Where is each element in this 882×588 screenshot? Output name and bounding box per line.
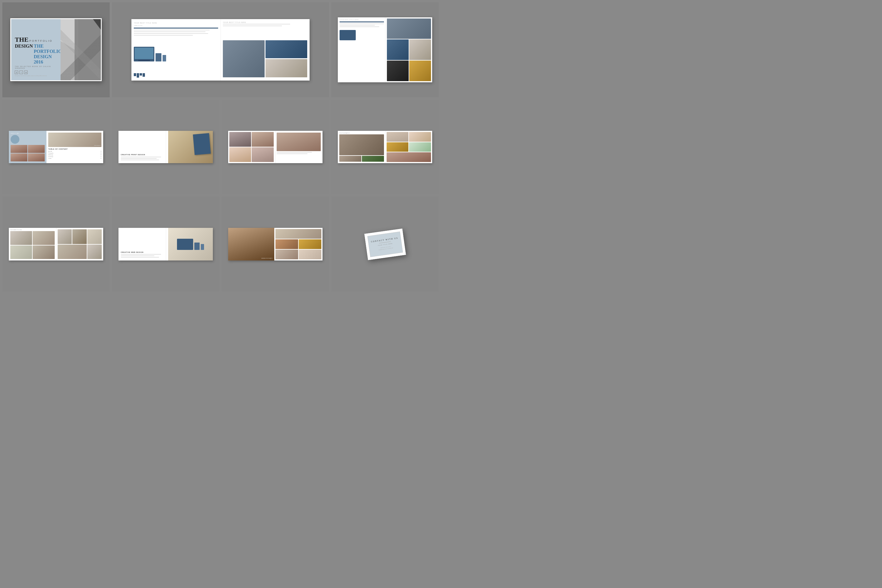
phone-device: [163, 55, 166, 62]
contact-details: Address line, City, Country email@domain…: [378, 246, 393, 251]
tech2-photo-5: [409, 61, 431, 81]
print-right: [168, 131, 213, 164]
cover-design: DESIGN: [15, 44, 33, 49]
tech-heading-right: YOUR BEST TITLE HERE: [223, 21, 307, 23]
icon-camera: ⌂: [20, 70, 23, 74]
fashion-portrait: [277, 133, 321, 152]
wedding-spread-1: PHOTOGRAPHY: [338, 131, 432, 164]
text-lines: [134, 30, 218, 36]
cover-the: THE: [15, 36, 28, 44]
fashion-photo-2: [252, 132, 273, 147]
tech2-device: [340, 30, 356, 40]
wd1-p2: [409, 132, 431, 142]
web-right: [168, 228, 213, 261]
tech2-left: YOUR BEST TITLE HERE: [338, 17, 386, 82]
product-grid-left: [10, 231, 55, 259]
wedding2-main-photo: [228, 228, 274, 261]
products-right: [56, 228, 104, 261]
svg-marker-3: [81, 19, 100, 44]
fashion-photo-1: [230, 132, 251, 147]
prod-p2: [33, 231, 54, 244]
web-spread: CREATIVE WEB DESIGN: [118, 228, 213, 261]
wedding2-left: WEDDING PHOTOGRAPHY: [228, 228, 274, 261]
icon-mail: ✉: [24, 70, 28, 74]
table-of-content: TABLE OF CONTENT About Me02 Photography0…: [48, 148, 101, 161]
svg-rect-0: [61, 19, 101, 80]
prod-r4: [58, 244, 87, 259]
tech-photo-1: [223, 40, 265, 77]
tech-photo-3: [266, 59, 307, 77]
tech2-right: [386, 17, 432, 82]
tech-photo-2: [266, 40, 307, 58]
cover-right-panel: [61, 19, 101, 80]
prod-p3: [10, 246, 32, 259]
print-lines: [121, 157, 166, 161]
cover-year: THE PORTFOLIO DESIGN 2016: [34, 44, 62, 64]
cell-fashion: [222, 100, 329, 195]
tablet-mockup: [193, 133, 211, 155]
tech2-photo-2: [387, 39, 409, 60]
wedding1-label: PHOTOGRAPHY: [339, 132, 384, 134]
products-left: PHOTOGRAPH TITLE HERE: [9, 228, 56, 261]
cell-print: CREATIVE PRINT DESIGN: [112, 100, 219, 195]
wedding1-photo-row: [339, 156, 384, 162]
cell-web: CREATIVE WEB DESIGN: [112, 196, 219, 292]
web-lines: [121, 254, 166, 258]
prod-p1: [10, 231, 32, 244]
web-devices: [177, 239, 204, 250]
tablet-device: [156, 53, 161, 62]
prod-r3: [87, 230, 102, 244]
contact-book: CONTACT WITH US YOUR TITLE HERE Address …: [364, 228, 406, 260]
tech-heading-left: YOUR BEST TITLE HERE: [134, 22, 218, 24]
tech2-lines: [340, 24, 384, 28]
tech2-photo-3: [409, 39, 431, 60]
cell-products: PHOTOGRAPH TITLE HERE: [2, 196, 110, 292]
about-right-panel: desk workspace TABLE OF CONTENT About Me…: [46, 131, 103, 164]
wedding1-right: [386, 131, 432, 164]
web-left: CREATIVE WEB DESIGN: [118, 228, 168, 261]
tech-spread-1: YOUR BEST TITLE HERE subtitle text here: [131, 19, 309, 81]
toc-item-2: Photography04: [48, 153, 101, 154]
desk-photo: desk workspace: [48, 133, 101, 147]
wd2-main: [276, 229, 322, 239]
tech2-photo-4: [387, 61, 409, 81]
tech2-photo-main: [387, 18, 431, 39]
profile-photo-2: [28, 145, 45, 153]
wd2-p1: [276, 239, 298, 249]
wedding2-caption: WEDDING PHOTOGRAPHY: [261, 258, 273, 259]
wedding2-spread: WEDDING PHOTOGRAPHY: [228, 228, 322, 261]
prod-r1: [58, 230, 72, 244]
tech-spread-2: YOUR BEST TITLE HERE: [338, 17, 432, 82]
fashion-photo-3: [230, 147, 251, 162]
about-left-panel: ABOUT ME: [9, 131, 46, 164]
print-label: CREATIVE PRINT DESIGN: [121, 154, 166, 156]
wedding1-thumb-2: [362, 156, 384, 162]
toc-item-3: Web Design08: [48, 154, 101, 156]
cover-portfolio: PORTFOLIO: [29, 39, 52, 42]
cell-wedding1: PHOTOGRAPHY: [332, 100, 439, 195]
wedding1-thumb-1: [339, 156, 362, 162]
toc-item-1: About Me02: [48, 151, 101, 152]
wd2-p3: [276, 250, 298, 259]
cover-book: THE PORTFOLIO DESIGN THE PORTFOLIO DESIG…: [10, 18, 101, 81]
toc-item-4: Print Design12: [48, 156, 101, 157]
building-image: [61, 19, 101, 80]
tech-left-page: YOUR BEST TITLE HERE subtitle text here: [131, 19, 220, 81]
prod-r5: [87, 244, 102, 259]
icon-phone: ✆: [15, 70, 18, 74]
portfolio-grid: THE PORTFOLIO DESIGN THE PORTFOLIO DESIG…: [0, 0, 441, 294]
wd1-p3: [387, 142, 409, 152]
wd1-p4: [409, 142, 431, 152]
wd1-p1: [387, 132, 409, 142]
products-spread: PHOTOGRAPH TITLE HERE: [9, 228, 103, 261]
svg-marker-4: [61, 19, 75, 50]
cover-icons-row: ✆ ⌂ ✉: [15, 70, 57, 74]
wd2-p2: [299, 239, 321, 249]
accent-bar: [134, 28, 218, 28]
about-photo-grid: [10, 145, 45, 162]
fashion-right: [275, 131, 323, 164]
svg-marker-1: [61, 19, 87, 80]
wedding2-right-grid: [274, 228, 323, 261]
web-laptop: [177, 239, 193, 250]
cell-cover: THE PORTFOLIO DESIGN THE PORTFOLIO DESIG…: [2, 2, 110, 98]
